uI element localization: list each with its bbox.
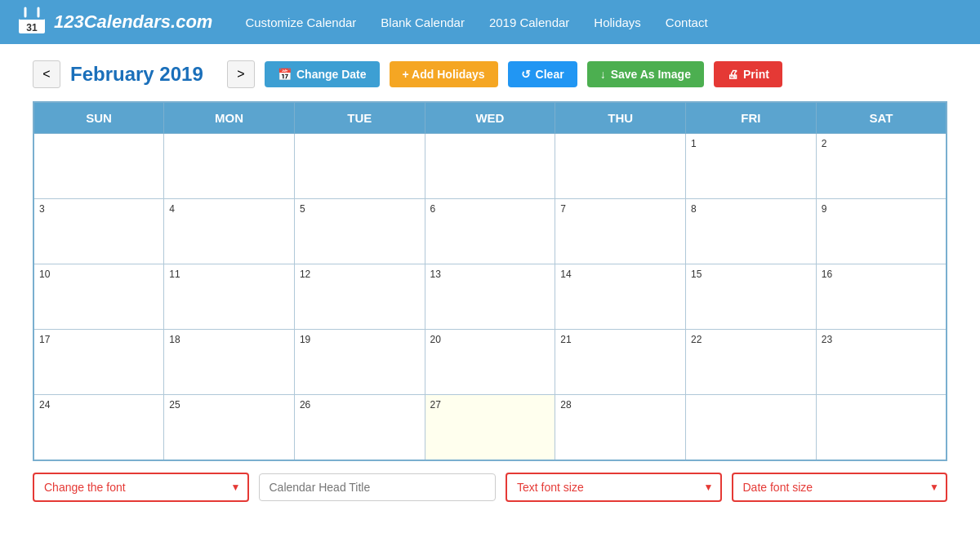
date-number: 15 [691, 269, 702, 280]
calendar-cell[interactable]: 3 [33, 199, 164, 264]
date-number: 11 [169, 269, 180, 280]
calendar-cell[interactable]: 15 [686, 264, 817, 330]
calendar-cell[interactable]: 9 [816, 199, 947, 264]
date-number: 20 [430, 334, 441, 345]
calendar-cell[interactable] [555, 134, 686, 199]
calendar-cell[interactable]: 14 [555, 264, 686, 330]
font-select-wrapper: Change the font ▼ [33, 473, 249, 502]
font-select[interactable]: Change the font [33, 473, 249, 502]
svg-text:31: 31 [26, 22, 38, 33]
calendar-cell[interactable]: 13 [425, 264, 555, 330]
calendar-header: SUNMONTUEWEDTHUFRISAT [33, 102, 947, 134]
change-date-button[interactable]: 📅 Change Date [265, 61, 380, 87]
calendar-cell[interactable]: 8 [686, 199, 817, 264]
text-font-wrapper: Text font size ▼ [506, 473, 722, 502]
calendar-cell[interactable]: 2 [816, 134, 947, 199]
calendar-day-header: SAT [816, 102, 947, 134]
svg-rect-1 [18, 11, 46, 20]
calendar-cell[interactable]: 11 [164, 264, 295, 330]
calendar-cell[interactable] [294, 134, 425, 199]
calendar-cell[interactable] [816, 395, 947, 460]
change-date-label: Change Date [296, 68, 367, 81]
nav-contact[interactable]: Contact [666, 16, 708, 29]
save-image-label: Save As Image [611, 68, 691, 81]
calendar-cell[interactable]: 20 [425, 330, 555, 395]
date-number: 12 [300, 269, 310, 280]
clear-label: Clear [536, 68, 564, 81]
calendar-cell[interactable]: 7 [555, 199, 686, 264]
calendar-cell[interactable] [425, 134, 555, 199]
calendar-day-header: TUE [294, 102, 425, 134]
nav-2019[interactable]: 2019 Calendar [489, 16, 569, 29]
calendar-cell[interactable]: 16 [816, 264, 947, 330]
calendar-cell[interactable]: 4 [164, 199, 295, 264]
calendar-cell[interactable] [33, 134, 164, 199]
date-number: 6 [430, 203, 436, 215]
calendar-cell[interactable]: 23 [816, 330, 947, 395]
calendar-cell[interactable]: 27 [425, 395, 555, 460]
date-number: 25 [169, 399, 180, 411]
month-title: February 2019 [70, 63, 217, 86]
calendar-day-header: THU [555, 102, 686, 134]
nav-holidays[interactable]: Holidays [594, 16, 641, 29]
calendar-cell[interactable]: 17 [33, 330, 164, 395]
date-number: 3 [39, 203, 45, 215]
date-number: 22 [691, 334, 702, 345]
calendar-cell[interactable]: 12 [294, 264, 425, 330]
controls-row: < February 2019 > 📅 Change Date + Add Ho… [33, 60, 947, 88]
calendar-row: 3456789 [33, 199, 947, 264]
date-number: 18 [169, 334, 180, 345]
calendar-title-input[interactable] [259, 473, 497, 501]
calendar-day-header: FRI [686, 102, 817, 134]
next-month-button[interactable]: > [227, 60, 255, 88]
calendar-row: 2425262728 [33, 395, 947, 460]
calendar-cell[interactable]: 26 [294, 395, 425, 460]
text-font-select[interactable]: Text font size [506, 473, 722, 502]
clear-button[interactable]: ↺ Clear [508, 61, 577, 87]
date-number: 24 [39, 399, 50, 411]
calendar-table: SUNMONTUEWEDTHUFRISAT 123456789101112131… [33, 101, 947, 461]
calendar-day-header: WED [425, 102, 555, 134]
calendar-day-header: MON [164, 102, 295, 134]
calendar-cell[interactable]: 1 [686, 134, 817, 199]
calendar-icon: 📅 [278, 68, 292, 81]
calendar-cell[interactable]: 24 [33, 395, 164, 460]
prev-month-button[interactable]: < [33, 60, 60, 88]
navbar-links: Customize Calendar Blank Calendar 2019 C… [245, 16, 707, 29]
date-number: 26 [300, 399, 310, 411]
calendar-cell[interactable]: 18 [164, 330, 295, 395]
brand-text: 123Calendars.com [54, 11, 212, 33]
calendar-cell[interactable]: 21 [555, 330, 686, 395]
clear-icon: ↺ [521, 68, 531, 81]
print-label: Print [743, 68, 769, 81]
save-icon: ↓ [600, 68, 606, 81]
calendar-day-header: SUN [33, 102, 164, 134]
date-number: 5 [300, 203, 305, 215]
calendar-cell[interactable] [686, 395, 817, 460]
date-number: 27 [430, 399, 441, 411]
save-image-button[interactable]: ↓ Save As Image [587, 61, 704, 87]
add-holidays-button[interactable]: + Add Holidays [390, 61, 498, 87]
calendar-cell[interactable]: 19 [294, 330, 425, 395]
calendar-header-row: SUNMONTUEWEDTHUFRISAT [33, 102, 947, 134]
calendar-cell[interactable]: 28 [555, 395, 686, 460]
date-number: 4 [169, 203, 175, 215]
navbar: 31 123Calendars.com Customize Calendar B… [0, 0, 980, 44]
calendar-cell[interactable]: 6 [425, 199, 555, 264]
calendar-cell[interactable]: 5 [294, 199, 425, 264]
date-number: 23 [822, 334, 832, 345]
date-number: 19 [300, 334, 310, 345]
calendar-cell[interactable]: 10 [33, 264, 164, 330]
date-number: 10 [39, 269, 50, 280]
calendar-cell[interactable]: 22 [686, 330, 817, 395]
calendar-body: 1234567891011121314151617181920212223242… [33, 134, 947, 460]
calendar-cell[interactable]: 25 [164, 395, 295, 460]
calendar-row: 10111213141516 [33, 264, 947, 330]
nav-blank[interactable]: Blank Calendar [381, 16, 465, 29]
date-font-select[interactable]: Date font size [732, 473, 948, 502]
print-button[interactable]: 🖨 Print [714, 61, 782, 87]
nav-customize[interactable]: Customize Calendar [245, 16, 356, 29]
date-number: 1 [691, 138, 697, 149]
calendar-cell[interactable] [164, 134, 295, 199]
add-holidays-label: + Add Holidays [403, 68, 485, 81]
